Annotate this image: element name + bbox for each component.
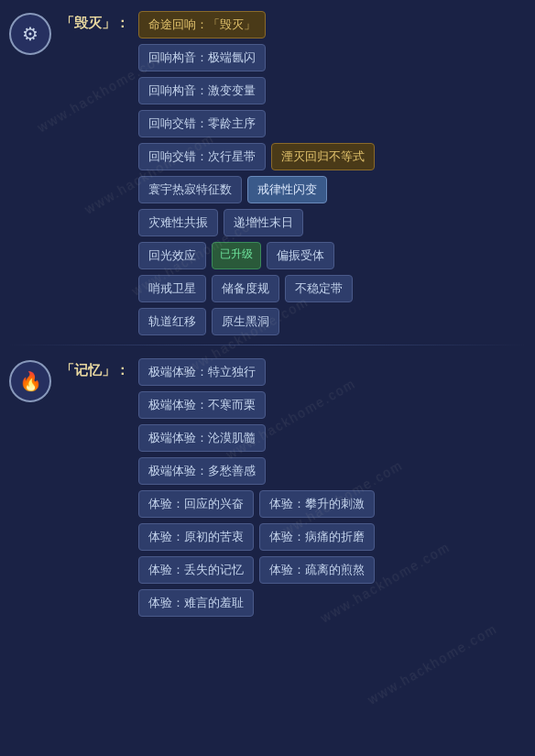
destroy-label: 「毁灭」：	[60, 15, 129, 32]
tag-row: 回响交错：零龄主序	[138, 110, 526, 137]
memory-tags: 极端体验：特立独行极端体验：不寒而栗极端体验：沦漠肌髓极端体验：多愁善感体验：回…	[138, 358, 526, 617]
tag-row: 体验：难言的羞耻	[138, 589, 526, 617]
tag-row: 体验：原初的苦衷体验：病痛的折磨	[138, 523, 526, 551]
tag-item[interactable]: 体验：难言的羞耻	[138, 589, 254, 617]
tag-item[interactable]: 储备度规	[212, 275, 279, 302]
tag-row: 回光效应已升级偏振受体	[138, 242, 526, 269]
tag-row: 回响交错：次行星带湮灭回归不等式	[138, 143, 526, 170]
divider-1	[9, 345, 526, 345]
memory-label: 「记忆」：	[60, 362, 129, 379]
destroy-icon-circle: ⚙	[9, 13, 51, 55]
tag-item[interactable]: 体验：攀升的刺激	[259, 490, 375, 518]
tag-row: 回响构音：激变变量	[138, 77, 526, 104]
tag-row: 极端体验：不寒而栗	[138, 391, 526, 419]
tag-item[interactable]: 回响构音：激变变量	[138, 77, 266, 104]
tag-item[interactable]: 体验：回应的兴奋	[138, 490, 254, 518]
tag-item[interactable]: 哨戒卫星	[138, 275, 206, 302]
tag-item[interactable]: 已升级	[212, 242, 261, 269]
tag-item[interactable]: 轨道红移	[138, 308, 206, 335]
section-destroy: ⚙ 「毁灭」： 命途回响：「毁灭」回响构音：极端氤闪回响构音：激变变量回响交错：…	[0, 0, 535, 343]
tag-item[interactable]: 命途回响：「毁灭」	[138, 11, 266, 38]
tag-item[interactable]: 极端体验：特立独行	[138, 358, 266, 386]
tag-item[interactable]: 寰宇热寂特征数	[138, 176, 242, 203]
memory-icon: 🔥	[19, 370, 42, 392]
tag-item[interactable]: 回光效应	[138, 242, 206, 269]
tag-row: 命途回响：「毁灭」	[138, 11, 526, 38]
tag-item[interactable]: 体验：丢失的记忆	[138, 556, 254, 584]
tag-item[interactable]: 体验：原初的苦衷	[138, 523, 254, 551]
tag-item[interactable]: 灾难性共振	[138, 209, 218, 236]
tag-item[interactable]: 极端体验：沦漠肌髓	[138, 424, 266, 452]
section-memory: 🔥 「记忆」： 极端体验：特立独行极端体验：不寒而栗极端体验：沦漠肌髓极端体验：…	[0, 347, 535, 624]
tag-item[interactable]: 递增性末日	[224, 209, 303, 236]
tag-row: 轨道红移原生黑洞	[138, 308, 526, 335]
tag-row: 灾难性共振递增性末日	[138, 209, 526, 236]
tag-row: 回响构音：极端氤闪	[138, 44, 526, 71]
tag-item[interactable]: 回响构音：极端氤闪	[138, 44, 266, 71]
destroy-tags: 命途回响：「毁灭」回响构音：极端氤闪回响构音：激变变量回响交错：零龄主序回响交错…	[138, 11, 526, 335]
tag-item[interactable]: 偏振受体	[267, 242, 334, 269]
tag-item[interactable]: 体验：病痛的折磨	[259, 523, 375, 551]
tag-item[interactable]: 湮灭回归不等式	[271, 143, 375, 170]
tag-row: 哨戒卫星储备度规不稳定带	[138, 275, 526, 302]
tag-item[interactable]: 回响交错：零龄主序	[138, 110, 266, 137]
tag-row: 极端体验：特立独行	[138, 358, 526, 386]
tag-row: 体验：丢失的记忆体验：疏离的煎熬	[138, 556, 526, 584]
tag-item[interactable]: 回响交错：次行星带	[138, 143, 266, 170]
tag-item[interactable]: 戒律性闪变	[247, 176, 327, 203]
tag-item[interactable]: 不稳定带	[285, 275, 353, 302]
tag-row: 极端体验：沦漠肌髓	[138, 424, 526, 452]
tag-row: 体验：回应的兴奋体验：攀升的刺激	[138, 490, 526, 518]
tag-item[interactable]: 体验：疏离的煎熬	[259, 556, 375, 584]
tag-row: 寰宇热寂特征数戒律性闪变	[138, 176, 526, 203]
tag-item[interactable]: 极端体验：多愁善感	[138, 457, 266, 485]
destroy-icon: ⚙	[22, 23, 38, 45]
tag-item[interactable]: 原生黑洞	[212, 308, 279, 335]
tag-row: 极端体验：多愁善感	[138, 457, 526, 485]
memory-icon-circle: 🔥	[9, 360, 51, 402]
tag-item[interactable]: 极端体验：不寒而栗	[138, 391, 266, 419]
